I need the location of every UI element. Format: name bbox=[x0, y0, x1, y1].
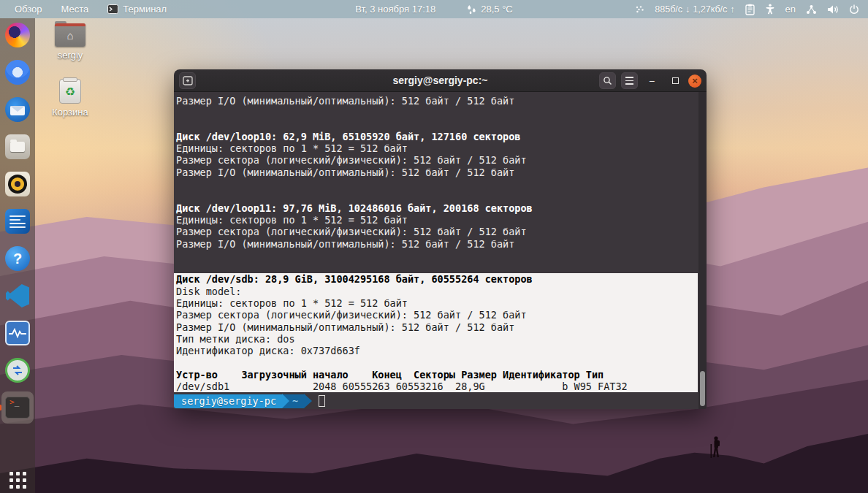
scrollbar-thumb[interactable] bbox=[700, 371, 705, 406]
accessibility-icon[interactable] bbox=[765, 4, 775, 15]
top-bar: Обзор Места Терминал Вт, 3 ноября 17:18 bbox=[0, 0, 868, 18]
clock-menu[interactable]: Вт, 3 ноября 17:18 bbox=[348, 0, 443, 18]
terminal-output-line: Идентификатор диска: 0x737d663f bbox=[174, 345, 698, 356]
terminal-output-line: Размер I/O (минимальный/оптимальный): 51… bbox=[174, 167, 707, 178]
terminal-output-line bbox=[174, 119, 707, 131]
dock-item-app-grid[interactable] bbox=[0, 472, 35, 489]
system-monitor-icon bbox=[5, 321, 30, 345]
keyboard-layout-indicator[interactable]: en bbox=[785, 4, 796, 15]
prompt-user-host: sergiy@sergiy-pc bbox=[174, 394, 282, 408]
dock-item-files[interactable] bbox=[4, 134, 31, 160]
net-upload-value: 1,27кб/с bbox=[693, 4, 727, 15]
trash-icon: ♻ bbox=[59, 79, 81, 104]
vscode-icon bbox=[6, 284, 29, 307]
close-icon: × bbox=[688, 74, 701, 88]
terminal-output-line: Устр-во Загрузочный начало Конец Секторы… bbox=[174, 369, 698, 381]
terminal-dock-icon: >_ bbox=[5, 397, 30, 419]
prompt-arrow-icon bbox=[282, 394, 289, 408]
firefox-icon bbox=[5, 23, 30, 47]
home-folder-icon: ⌂ bbox=[55, 23, 85, 47]
terminal-output-line bbox=[174, 107, 707, 118]
dock-item-system-monitor[interactable] bbox=[4, 320, 31, 346]
desktop-icon-trash[interactable]: ♻ Корзина bbox=[44, 79, 96, 118]
dock-item-screen-recorder[interactable] bbox=[4, 357, 31, 383]
maximize-button[interactable] bbox=[665, 69, 685, 92]
weather-drops-icon bbox=[466, 4, 476, 15]
desktop-icon-label: Корзина bbox=[52, 107, 88, 118]
new-tab-button[interactable] bbox=[179, 72, 196, 89]
terminal-lines: Размер I/O (минимальный/оптимальный): 51… bbox=[174, 95, 707, 392]
terminal-output-line: Тип метки диска: dos bbox=[174, 333, 698, 345]
app-menu-label: Терминал bbox=[123, 4, 167, 15]
dock: ? >_ bbox=[0, 18, 35, 493]
terminal-output-line bbox=[174, 250, 707, 261]
activities-label: Обзор bbox=[15, 4, 42, 15]
app-menu-terminal[interactable]: Терминал bbox=[100, 0, 174, 18]
wallpaper-hiker-silhouette bbox=[707, 435, 723, 460]
power-icon[interactable] bbox=[849, 4, 859, 15]
terminal-cursor bbox=[319, 395, 325, 407]
window-title: sergiy@sergiy-pc:~ bbox=[393, 74, 488, 86]
terminal-output-line bbox=[174, 261, 707, 273]
dock-item-help[interactable]: ? bbox=[4, 245, 31, 272]
desktop-icon-label: sergiy bbox=[58, 50, 83, 61]
upload-arrow-icon: ↑ bbox=[730, 4, 734, 15]
files-icon bbox=[5, 134, 30, 159]
maximize-icon bbox=[672, 77, 679, 84]
thunderbird-icon bbox=[5, 97, 30, 122]
temperature-label: 28,5 °C bbox=[481, 4, 513, 15]
terminal-output-line: Размер I/O (минимальный/оптимальный): 51… bbox=[174, 238, 707, 250]
download-arrow-icon: ↓ bbox=[685, 4, 690, 15]
network-share-icon[interactable] bbox=[806, 4, 817, 15]
close-button[interactable]: × bbox=[685, 69, 704, 92]
weather-applet-icon[interactable] bbox=[635, 5, 644, 13]
places-menu[interactable]: Места bbox=[54, 0, 96, 18]
help-icon: ? bbox=[5, 246, 30, 271]
dock-item-rhythmbox[interactable] bbox=[4, 171, 31, 197]
terminal-output-line: Диск /dev/sdb: 28,9 GiB, 31004295168 бай… bbox=[174, 273, 698, 285]
terminal-output-line: Размер сектора (логический/физический): … bbox=[174, 226, 707, 237]
terminal-output-line bbox=[174, 178, 707, 190]
desktop-icon-sergiy[interactable]: ⌂ sergiy bbox=[44, 23, 96, 61]
terminal-output-line: Единицы: секторов по 1 * 512 = 512 байт bbox=[174, 142, 707, 154]
net-download-value: 885б/с bbox=[655, 4, 682, 15]
menu-button[interactable] bbox=[621, 72, 638, 89]
activities-button[interactable]: Обзор bbox=[7, 0, 50, 18]
screen-recorder-icon bbox=[5, 358, 30, 383]
search-button[interactable] bbox=[599, 72, 616, 89]
app-grid-icon bbox=[9, 472, 26, 489]
terminal-output-line: Диск /dev/loop11: 97,76 MiB, 102486016 б… bbox=[174, 202, 707, 214]
terminal-output-line: Размер сектора (логический/физический): … bbox=[174, 154, 707, 166]
dock-item-terminal[interactable]: >_ bbox=[4, 394, 31, 421]
terminal-output-line: Единицы: секторов по 1 * 512 = 512 байт bbox=[174, 214, 707, 226]
terminal-output-line: Disk model: bbox=[174, 286, 698, 297]
terminal-scrollbar[interactable] bbox=[698, 92, 707, 409]
terminal-output-line bbox=[174, 357, 698, 369]
weather-indicator[interactable]: 28,5 °C bbox=[459, 0, 520, 18]
terminal-titlebar[interactable]: sergiy@sergiy-pc:~ − × bbox=[174, 69, 707, 92]
volume-icon[interactable] bbox=[827, 4, 839, 15]
terminal-output-line: Размер I/O (минимальный/оптимальный): 51… bbox=[174, 95, 707, 107]
prompt-arrow-icon bbox=[304, 394, 312, 408]
dock-item-chromium[interactable] bbox=[4, 59, 31, 85]
minimize-button[interactable]: − bbox=[642, 69, 662, 92]
dock-item-firefox[interactable] bbox=[4, 22, 31, 48]
dock-item-vscode[interactable] bbox=[4, 283, 31, 309]
terminal-output-line: Размер I/O (минимальный/оптимальный): 51… bbox=[174, 321, 698, 333]
clock-label: Вт, 3 ноября 17:18 bbox=[355, 4, 435, 15]
dock-item-thunderbird[interactable] bbox=[4, 96, 31, 123]
running-indicator bbox=[0, 405, 1, 410]
terminal-prompt: sergiy@sergiy-pc ~ bbox=[174, 394, 325, 408]
places-label: Места bbox=[61, 4, 89, 15]
terminal-output-line: Размер сектора (логический/физический): … bbox=[174, 309, 698, 321]
terminal-output-line bbox=[174, 190, 707, 202]
chromium-icon bbox=[5, 60, 30, 85]
dock-item-libreoffice-writer[interactable] bbox=[4, 208, 31, 234]
clipboard-icon[interactable] bbox=[745, 4, 755, 15]
terminal-app-icon bbox=[107, 4, 118, 14]
terminal-output-line: /dev/sdb1 2048 60555263 60553216 28,9G b… bbox=[174, 381, 698, 392]
terminal-screen[interactable]: Размер I/O (минимальный/оптимальный): 51… bbox=[174, 92, 707, 409]
terminal-output-line: Единицы: секторов по 1 * 512 = 512 байт bbox=[174, 297, 698, 309]
network-speed-indicator[interactable]: 885б/с ↓ 1,27кб/с ↑ bbox=[655, 4, 734, 15]
terminal-output-line: Диск /dev/loop10: 62,9 MiB, 65105920 бай… bbox=[174, 131, 707, 142]
